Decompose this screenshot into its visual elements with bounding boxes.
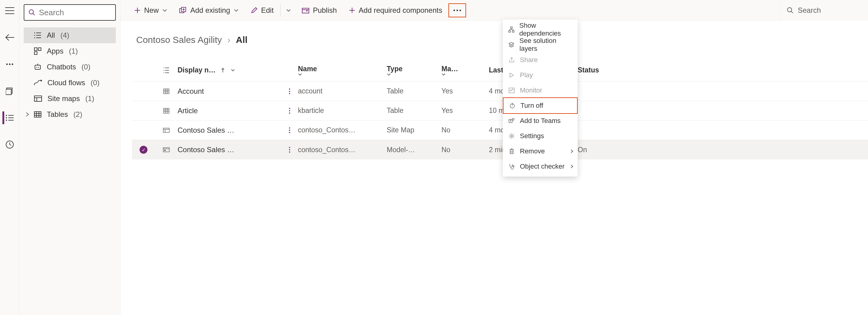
table-row[interactable]: Contoso Sales … contoso_Contos… Site Map… xyxy=(132,120,868,140)
ctx-turn-off[interactable]: Turn off xyxy=(503,97,578,114)
name-cell: contoso_Contos… xyxy=(298,146,387,154)
svg-rect-4 xyxy=(6,89,11,95)
sidebar-search[interactable] xyxy=(24,4,116,21)
add-required-button[interactable]: Add required components xyxy=(343,0,448,21)
column-status[interactable]: Status xyxy=(578,66,614,74)
add-existing-icon xyxy=(179,7,187,14)
sidebar-item-apps[interactable]: Apps (1) xyxy=(24,43,116,59)
managed-cell: No xyxy=(441,146,489,154)
row-more-button[interactable] xyxy=(281,127,298,133)
ctx-label: Show dependencies xyxy=(519,22,572,37)
breadcrumb: Contoso Sales Agility › All xyxy=(120,21,868,45)
objects-icon[interactable] xyxy=(2,111,15,124)
svg-point-5 xyxy=(6,115,7,116)
edit-split-button[interactable] xyxy=(281,0,296,21)
sidebar-item-chatbots[interactable]: Chatbots (0) xyxy=(24,59,116,75)
ctx-monitor: Monitor xyxy=(503,83,578,98)
chevron-right-icon[interactable] xyxy=(26,112,29,117)
svg-rect-16 xyxy=(35,65,40,69)
svg-point-7 xyxy=(6,120,7,121)
svg-point-52 xyxy=(511,135,513,137)
ctx-remove[interactable]: Remove xyxy=(503,144,578,159)
cmd-label: New xyxy=(144,6,159,15)
sidebar-item-count: (1) xyxy=(69,47,78,55)
table-row[interactable]: ✓ Contoso Sales … contoso_Contos… Model-… xyxy=(132,140,868,160)
main-search-button[interactable]: Search xyxy=(780,0,868,21)
row-more-button[interactable] xyxy=(281,88,298,94)
new-button[interactable]: New xyxy=(128,0,173,21)
svg-rect-23 xyxy=(302,8,309,13)
left-rail xyxy=(0,0,20,315)
sidebar: All (4) Apps (1) Chatbots (0) Cloud flow… xyxy=(20,0,120,315)
ctx-play: Play xyxy=(503,67,578,83)
ctx-add-to-teams[interactable]: Add to Teams xyxy=(503,113,578,128)
publish-button[interactable]: Publish xyxy=(296,0,343,21)
trash-icon xyxy=(508,148,515,154)
sidebar-item-label: Apps xyxy=(47,47,64,55)
svg-rect-13 xyxy=(34,48,37,51)
power-icon xyxy=(509,103,516,109)
sidebar-item-cloud-flows[interactable]: Cloud flows (0) xyxy=(24,75,116,91)
publish-icon xyxy=(302,7,309,13)
column-name[interactable]: Name xyxy=(298,65,387,76)
plus-icon xyxy=(134,7,141,13)
table-row[interactable]: Account account Table Yes 4 months xyxy=(132,82,868,101)
column-type[interactable]: Type xyxy=(387,65,441,76)
type-cell: Model-… xyxy=(387,146,441,154)
row-checkbox[interactable]: ✓ xyxy=(132,146,155,154)
cmd-label: Add existing xyxy=(190,6,230,15)
sidebar-item-label: Site maps xyxy=(48,94,80,103)
ctx-see-solution-layers[interactable]: See solution layers xyxy=(503,37,578,52)
row-more-button[interactable] xyxy=(281,147,298,153)
row-more-button[interactable] xyxy=(281,108,298,114)
ctx-show-dependencies[interactable]: Show dependencies xyxy=(503,22,578,37)
type-cell: Site Map xyxy=(387,126,441,134)
svg-point-11 xyxy=(34,35,35,36)
view-options-icon[interactable] xyxy=(155,67,178,74)
sidebar-item-tables[interactable]: Tables (2) xyxy=(24,107,116,122)
add-existing-button[interactable]: Add existing xyxy=(173,0,245,21)
pencil-icon xyxy=(251,7,257,14)
svg-point-26 xyxy=(459,9,461,11)
ctx-label: See solution layers xyxy=(520,37,572,53)
svg-point-9 xyxy=(29,10,33,14)
more-commands-button[interactable] xyxy=(448,3,466,17)
back-icon[interactable] xyxy=(3,31,16,44)
edit-button[interactable]: Edit xyxy=(245,0,280,21)
ctx-label: Settings xyxy=(520,132,544,140)
solutions-icon[interactable] xyxy=(3,85,16,97)
table-icon xyxy=(155,89,178,94)
sidebar-item-label: Chatbots xyxy=(47,63,76,71)
ellipsis-icon[interactable] xyxy=(3,58,16,70)
ctx-label: Add to Teams xyxy=(520,117,561,125)
svg-point-12 xyxy=(34,37,35,38)
table-icon xyxy=(155,108,178,114)
svg-rect-36 xyxy=(163,128,169,133)
column-display-name[interactable]: Display n… xyxy=(178,66,281,74)
svg-rect-14 xyxy=(38,48,41,51)
breadcrumb-current: All xyxy=(236,35,247,45)
cmd-label: Add required components xyxy=(359,6,442,15)
context-menu: Show dependencies See solution layers Sh… xyxy=(503,20,578,176)
ctx-object-checker[interactable]: Object checker xyxy=(503,159,578,174)
sidebar-item-site-maps[interactable]: Site maps (1) xyxy=(24,91,116,107)
chevron-down-icon xyxy=(231,69,235,71)
layers-icon xyxy=(508,42,515,48)
svg-rect-20 xyxy=(34,112,41,117)
table-row[interactable]: Article kbarticle Table Yes 10 months xyxy=(132,101,868,120)
display-name: Contoso Sales … xyxy=(178,145,235,154)
svg-point-0 xyxy=(6,64,8,65)
name-cell: account xyxy=(298,87,387,95)
tree-icon xyxy=(508,27,515,33)
ctx-settings[interactable]: Settings xyxy=(503,128,578,144)
svg-point-38 xyxy=(289,130,290,131)
hamburger-icon[interactable] xyxy=(3,4,16,17)
svg-point-24 xyxy=(453,9,455,11)
history-icon[interactable] xyxy=(3,138,16,151)
breadcrumb-root[interactable]: Contoso Sales Agility xyxy=(136,35,222,45)
column-managed[interactable]: Ma… xyxy=(441,65,489,76)
ctx-share: Share xyxy=(503,52,578,67)
sidebar-item-all[interactable]: All (4) xyxy=(24,27,116,43)
sort-asc-icon xyxy=(221,68,225,73)
ctx-label: Share xyxy=(520,56,538,64)
